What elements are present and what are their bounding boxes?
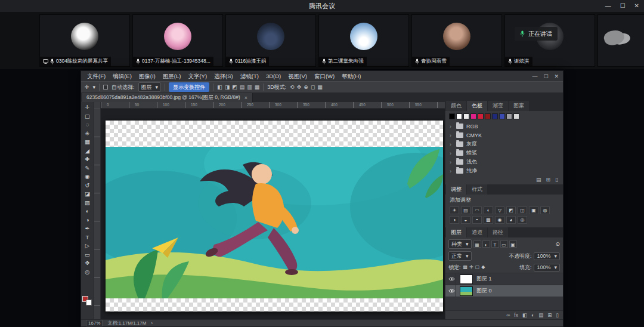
adjustment-icon[interactable]: ◐ xyxy=(484,206,493,214)
layer-thumbnail[interactable] xyxy=(460,274,473,284)
menu-item[interactable]: 帮助(H) xyxy=(338,72,364,81)
fill-dropdown[interactable]: 100% ▾ xyxy=(534,264,560,272)
layer-name[interactable]: 图层 1 xyxy=(476,275,492,283)
chevron-right-icon[interactable]: › xyxy=(151,320,153,326)
mode-icon[interactable]: ▦ xyxy=(317,83,323,91)
menu-item[interactable]: 文字(Y) xyxy=(184,72,210,81)
zoom-level-field[interactable]: 167% xyxy=(86,320,103,326)
healing-tool-icon[interactable]: ✚ xyxy=(82,155,93,164)
blur-tool-icon[interactable]: ◐ xyxy=(82,207,93,216)
adjustment-icon[interactable]: ▣ xyxy=(529,206,538,214)
layer-row-selected[interactable]: 图层 0 xyxy=(445,285,563,297)
tab-layers[interactable]: 图层 xyxy=(446,227,466,237)
minimize-icon[interactable]: — xyxy=(605,0,611,12)
swatch-group[interactable]: › 蜡笔 xyxy=(445,149,563,158)
color-swatch[interactable] xyxy=(513,113,519,119)
type-tool-icon[interactable]: T xyxy=(82,233,93,242)
tab-color[interactable]: 颜色 xyxy=(446,101,466,111)
move-tool-icon[interactable]: ✛ xyxy=(82,103,93,112)
layers-footer-icon[interactable]: ◐ xyxy=(531,312,534,318)
adjustment-icon[interactable]: ▩ xyxy=(484,216,493,224)
swatch-group[interactable]: › CMYK xyxy=(445,131,563,140)
menu-item[interactable]: 3D(D) xyxy=(262,72,284,81)
lock-icon[interactable]: ▩ xyxy=(463,263,468,272)
lock-icon[interactable]: ▢ xyxy=(475,263,480,272)
participant-tile-cropped[interactable] xyxy=(597,14,644,67)
layers-footer-icon[interactable]: ∞ xyxy=(506,312,510,318)
adjustment-icon[interactable]: ◉ xyxy=(495,216,504,224)
layer-row[interactable]: 图层 1 xyxy=(445,273,563,285)
color-swatch[interactable] xyxy=(499,113,505,119)
quick-selection-tool-icon[interactable]: ✳ xyxy=(82,129,93,138)
lock-icon[interactable]: ◆ xyxy=(481,263,485,272)
adjustment-icon[interactable]: ▤ xyxy=(461,206,470,214)
eraser-tool-icon[interactable]: ◪ xyxy=(82,190,93,199)
eyedropper-tool-icon[interactable]: ◢ xyxy=(82,147,93,156)
clone-stamp-tool-icon[interactable]: ◉ xyxy=(82,172,93,181)
blend-mode-dropdown[interactable]: 正常 ▾ xyxy=(448,251,472,261)
participant-tile[interactable]: 0137-万赫楠-油工-13945348... xyxy=(132,14,223,67)
menu-item[interactable]: 窗口(W) xyxy=(311,72,338,81)
chevron-down-icon[interactable]: ▾ xyxy=(93,84,96,90)
tab-swatches[interactable]: 色板 xyxy=(467,101,487,111)
filter-type-icon[interactable]: T xyxy=(491,240,499,248)
filter-type-icon[interactable]: ▣ xyxy=(509,240,517,248)
zoom-tool-icon[interactable]: ◎ xyxy=(82,268,93,277)
adjustment-icon[interactable]: ◓ xyxy=(472,216,482,224)
participant-tile[interactable]: 青协周雨雪 xyxy=(411,14,502,67)
mode-icon[interactable]: ⟲ xyxy=(290,83,295,91)
layers-footer-icon[interactable]: fx xyxy=(514,312,518,318)
adjustment-icon[interactable]: ◠ xyxy=(472,206,482,214)
adjustment-icon[interactable]: ◑ xyxy=(450,216,459,224)
adjustment-icon[interactable]: ◎ xyxy=(518,216,527,224)
participant-tile[interactable]: 0116油漆王娟 xyxy=(225,14,316,67)
layers-footer-icon[interactable]: ◧ xyxy=(522,312,527,318)
filter-type-icon[interactable]: ▦ xyxy=(473,240,481,248)
brush-tool-icon[interactable]: ✎ xyxy=(82,164,93,173)
mode-icon[interactable]: ⊕ xyxy=(304,83,308,91)
shape-tool-icon[interactable]: ▭ xyxy=(82,251,93,260)
color-swatch[interactable] xyxy=(478,113,484,119)
align-icon[interactable]: ▦ xyxy=(255,83,260,91)
tab-adjustments[interactable]: 调整 xyxy=(446,184,466,195)
maximize-icon[interactable]: ☐ xyxy=(543,73,548,79)
tab-channels[interactable]: 通道 xyxy=(467,227,487,237)
close-icon[interactable]: ✕ xyxy=(554,73,559,79)
gradient-tool-icon[interactable]: ▨ xyxy=(82,199,93,208)
align-icon[interactable]: ◨ xyxy=(225,83,230,91)
tab-gradients[interactable]: 渐变 xyxy=(488,101,508,111)
filter-type-icon[interactable]: ▭ xyxy=(500,240,508,248)
auto-select-checkbox[interactable] xyxy=(103,85,108,90)
layer-name[interactable]: 图层 0 xyxy=(476,287,492,295)
menu-item[interactable]: 滤镜(T) xyxy=(237,72,262,81)
mode-icon[interactable]: ✥ xyxy=(297,83,302,91)
opacity-dropdown[interactable]: 100% ▾ xyxy=(534,252,560,260)
foreground-background-colors[interactable] xyxy=(82,296,92,306)
align-icon[interactable]: ◧ xyxy=(217,83,222,91)
lasso-tool-icon[interactable]: ◌ xyxy=(82,121,93,129)
tab-paths[interactable]: 路径 xyxy=(488,227,508,237)
participant-tile-screen-share[interactable]: 0304陈纹莉的屏幕共享 xyxy=(39,14,130,67)
filter-toggle-icon[interactable]: ⊙ xyxy=(555,241,560,247)
swatch-group[interactable]: › 浅色 xyxy=(445,158,563,166)
menu-item[interactable]: 视图(V) xyxy=(284,72,311,81)
panel-footer-icon[interactable]: ▯ xyxy=(555,177,558,183)
adjustment-icon[interactable]: ▽ xyxy=(495,206,504,214)
color-swatch[interactable] xyxy=(449,113,455,119)
color-swatch[interactable] xyxy=(456,113,462,119)
crop-tool-icon[interactable]: ▦ xyxy=(82,138,93,147)
participant-tile[interactable]: 第二课堂朱向强 xyxy=(318,14,409,67)
mode-icon[interactable]: ◻ xyxy=(311,83,315,91)
dodge-tool-icon[interactable]: ◑ xyxy=(82,216,93,225)
menu-item[interactable]: 图层(L) xyxy=(159,72,185,81)
document-tab[interactable]: 6235d86075da891a2e482a38893bf00.jpg @ 16… xyxy=(82,93,253,102)
auto-select-dropdown[interactable]: 图层 ▾ xyxy=(138,82,162,92)
layers-footer-icon[interactable]: ⊞ xyxy=(547,312,552,318)
lock-icon[interactable]: ✛ xyxy=(469,263,473,272)
layers-footer-icon[interactable]: ▤ xyxy=(538,312,543,318)
layer-thumbnail[interactable] xyxy=(460,286,473,296)
adjustment-icon[interactable]: ◩ xyxy=(506,206,516,214)
adjustment-icon[interactable]: ◕ xyxy=(506,216,516,224)
tab-styles[interactable]: 样式 xyxy=(467,184,487,195)
adjustment-icon[interactable]: ◍ xyxy=(540,206,550,214)
